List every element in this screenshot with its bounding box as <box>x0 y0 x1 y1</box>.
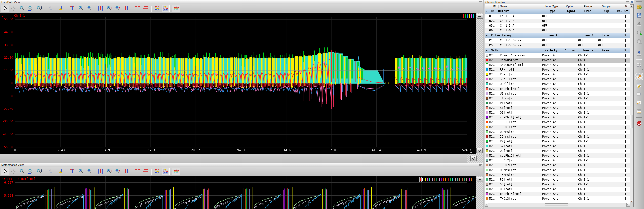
waves-stacked-button[interactable] <box>153 5 161 12</box>
collapse-arrow-icon[interactable] <box>486 50 488 51</box>
pan-tool-button[interactable] <box>10 5 18 12</box>
channel-row[interactable]: M2…cosPhi[rot]Power An…Ch 1-1 <box>485 87 630 91</box>
legend-color-bar[interactable] <box>436 178 437 181</box>
legend-color-bar[interactable] <box>431 178 431 181</box>
legend-color-bar[interactable] <box>424 178 424 181</box>
pan-tool-button[interactable] <box>10 168 18 175</box>
legend-color-bar[interactable] <box>461 178 461 181</box>
math-legend-collapse-button[interactable] <box>477 177 483 182</box>
legend-color-bar[interactable] <box>452 178 453 181</box>
channel-color-swatch[interactable] <box>486 135 488 138</box>
y-scale-lines-button[interactable] <box>68 5 76 12</box>
zoom-in-y-button[interactable] <box>105 168 113 175</box>
channel-color-swatch[interactable] <box>486 68 488 71</box>
legend-color-bar[interactable] <box>466 178 467 181</box>
channel-color-swatch[interactable] <box>486 97 488 100</box>
channel-row[interactable]: M2…P_all[rot]Power An…Ch 1-1 <box>485 72 630 77</box>
waves-stacked-button[interactable] <box>153 168 161 175</box>
float-window-icon[interactable] <box>626 0 629 4</box>
math-signal-legend[interactable] <box>420 178 472 181</box>
channel-color-swatch[interactable] <box>486 197 488 200</box>
channel-color-swatch[interactable] <box>486 164 488 166</box>
setup-editor-button[interactable] <box>635 82 643 89</box>
channel-row[interactable]: M2…P2[rot]Power An…Ch 1-1 <box>485 139 630 144</box>
zoom-tool-button[interactable] <box>18 5 26 12</box>
scroll-left-icon[interactable]: ◄ <box>485 203 488 207</box>
float-window-icon[interactable] <box>479 0 482 4</box>
legend-color-bar[interactable] <box>429 178 430 181</box>
channel-color-swatch[interactable] <box>486 73 488 76</box>
channel-row[interactable]: M2…THDi1[rot]Power An…Ch 1-1 <box>485 120 630 125</box>
math-plot-canvas[interactable] <box>0 176 476 209</box>
y-bars-button[interactable] <box>122 5 130 12</box>
channel-row[interactable]: M2…Q1[rot]Power An…Ch 1-1 <box>485 110 630 115</box>
waves-boxed-button[interactable] <box>162 5 170 12</box>
channel-setup-button[interactable] <box>635 73 643 80</box>
zoom-out-button[interactable] <box>86 168 94 175</box>
remove-database-button[interactable] <box>635 38 643 46</box>
reset-offset-button[interactable]: «0.00 <box>46 168 54 175</box>
scroll-down-icon[interactable]: ▼ <box>630 200 633 203</box>
channel-color-swatch[interactable] <box>486 169 488 171</box>
horizontal-scroll-thumb[interactable] <box>545 203 568 206</box>
legend-color-bar[interactable] <box>462 178 463 181</box>
live-apply-button[interactable] <box>476 148 483 153</box>
export-data-button[interactable] <box>635 21 643 28</box>
channel-color-swatch[interactable] <box>486 92 488 95</box>
channel-row[interactable]: M2…U3rms[rot]Power An…Ch 1-1 <box>485 168 630 173</box>
legend-color-bar[interactable] <box>432 178 433 181</box>
data-list-view-button[interactable] <box>635 108 643 116</box>
channel-color-swatch[interactable] <box>486 59 488 61</box>
channel-row[interactable]: M2…THDi3[rot]Power An…Ch 1-1 <box>485 196 630 201</box>
legend-color-bar[interactable] <box>457 178 458 181</box>
channel-color-swatch[interactable] <box>486 154 488 157</box>
column-separator[interactable] <box>561 5 561 8</box>
channel-row[interactable]: M2…U2rms[rot]Power An…Ch 1-1 <box>485 130 630 134</box>
channel-color-swatch[interactable] <box>486 54 488 57</box>
channel-row[interactable]: M2…cosPhi3[rot]Power An…Ch 1-1 <box>485 192 630 196</box>
channel-row[interactable]: M2…THDu2[rot]Power An…Ch 1-1 <box>485 163 630 168</box>
collapse-arrow-icon[interactable] <box>486 35 488 36</box>
channel-color-swatch[interactable] <box>486 183 488 186</box>
channel-color-swatch[interactable] <box>486 173 488 176</box>
zoom-y-tool-button[interactable] <box>35 5 43 12</box>
column-header-input-type[interactable]: Input-Type <box>542 5 562 8</box>
y-scale-lines-button[interactable] <box>68 168 76 175</box>
scope-view-button[interactable] <box>635 91 643 98</box>
channel-color-swatch[interactable] <box>486 130 488 133</box>
channel-color-swatch[interactable] <box>486 63 488 66</box>
channel-row[interactable]: M2…I2rms[rot]Power An…Ch 1-1 <box>485 134 630 139</box>
channel-color-swatch[interactable] <box>486 188 488 190</box>
waves-boxed-button[interactable] <box>162 168 170 175</box>
channel-color-swatch[interactable] <box>486 145 488 147</box>
channel-row[interactable]: M2…RPM[rot]Power An…Ch 1-1 <box>485 67 630 72</box>
legend-color-bar[interactable] <box>445 178 446 181</box>
channel-color-swatch[interactable] <box>486 192 488 195</box>
channel-row[interactable]: M2…S3[rot]Power An…Ch 1-1 <box>485 182 630 187</box>
column-separator[interactable] <box>614 5 614 8</box>
dropdown-caret-icon[interactable] <box>642 69 643 70</box>
channel-row[interactable]: M2…S1[rot]Power An…Ch 1-1 <box>485 106 630 110</box>
channel-row[interactable]: M2…Q2[rot]Power An…Ch 1-1 <box>485 149 630 153</box>
live-legend-collapse-button[interactable] <box>477 14 483 19</box>
column-separator[interactable] <box>541 5 541 8</box>
legend-color-bar[interactable] <box>438 178 438 181</box>
channel-color-swatch[interactable] <box>486 82 488 85</box>
zoom-out-button[interactable] <box>86 5 94 12</box>
channel-row[interactable]: M2…cosPhi2[rot]Power An…Ch 1-1 <box>485 153 630 158</box>
legend-color-bar[interactable] <box>455 178 456 181</box>
channel-color-swatch[interactable] <box>486 149 488 152</box>
legend-color-bar[interactable] <box>420 178 421 181</box>
calculator-button[interactable] <box>635 61 643 69</box>
pointer-tool-button[interactable] <box>1 168 9 175</box>
x-expand-button[interactable] <box>142 5 150 12</box>
column-separator[interactable] <box>498 5 499 8</box>
legend-color-bar[interactable] <box>471 14 472 18</box>
channel-color-swatch[interactable] <box>486 121 488 123</box>
channel-row[interactable]: M2…I3rms[rot]Power An…Ch 1-1 <box>485 173 630 177</box>
float-window-icon[interactable] <box>479 163 482 166</box>
legend-color-bar[interactable] <box>469 178 470 181</box>
scroll-up-icon[interactable]: ▲ <box>630 4 633 8</box>
horizontal-scrollbar[interactable]: ◄ ► <box>485 203 630 207</box>
zoom-x-tool-button[interactable] <box>27 5 35 12</box>
